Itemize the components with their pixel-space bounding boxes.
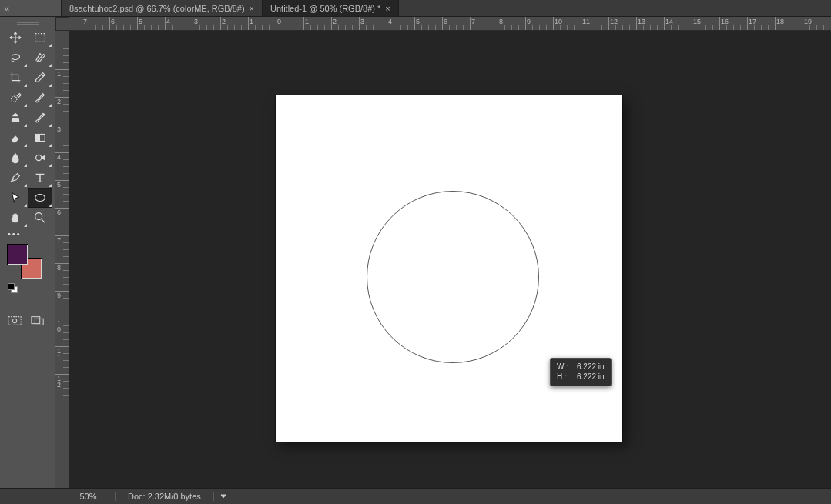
status-info-menu-button[interactable] <box>214 493 233 499</box>
zoom-tool[interactable] <box>28 208 52 228</box>
eraser-tool[interactable] <box>3 128 28 148</box>
crop-tool[interactable] <box>3 68 28 88</box>
edit-toolbar-button[interactable]: ••• <box>0 228 55 240</box>
rectangular-marquee-tool[interactable] <box>28 28 52 48</box>
canvas-paper[interactable] <box>276 95 622 442</box>
svg-point-8 <box>12 319 16 322</box>
svg-point-6 <box>35 213 42 220</box>
status-bar: 50% Doc: 2.32M/0 bytes <box>0 488 831 504</box>
document-tab[interactable]: Untitled-1 @ 50% (RGB/8#) * × <box>263 0 399 16</box>
path-selection-tool[interactable] <box>3 188 28 208</box>
document-info-label[interactable]: Doc: 2.32M/0 bytes <box>116 492 214 501</box>
horizontal-type-tool[interactable] <box>28 168 52 188</box>
svg-rect-3 <box>35 135 39 142</box>
svg-point-1 <box>11 96 16 102</box>
color-swatches <box>8 245 46 282</box>
close-icon[interactable]: × <box>385 4 390 13</box>
tooltip-width-value: 6.222 in <box>577 362 605 372</box>
document-tab[interactable]: 8sachtuhoc2.psd @ 66.7% (colorME, RGB/8#… <box>62 0 263 16</box>
spot-healing-brush-tool[interactable] <box>3 88 28 108</box>
tooltip-height-value: 6.222 in <box>577 372 605 382</box>
ruler-origin-corner[interactable] <box>55 17 69 31</box>
document-viewport: 7654321012345678910111213141516171819 12… <box>55 17 831 488</box>
close-icon[interactable]: × <box>250 4 254 13</box>
svg-rect-10 <box>35 319 43 325</box>
pen-tool[interactable] <box>3 168 28 188</box>
foreground-color-swatch[interactable] <box>8 245 28 265</box>
quick-selection-tool[interactable] <box>28 48 52 68</box>
clone-stamp-tool[interactable] <box>3 108 28 128</box>
tab-bar-empty-area <box>399 0 831 16</box>
panel-collapse-button[interactable]: « <box>0 0 62 16</box>
svg-point-5 <box>35 195 45 202</box>
dodge-tool[interactable] <box>28 148 52 168</box>
move-tool[interactable] <box>3 28 28 48</box>
canvas-area[interactable]: W : 6.222 in H : 6.222 in <box>69 31 831 488</box>
document-tab-label: 8sachtuhoc2.psd @ 66.7% (colorME, RGB/8#… <box>69 4 245 13</box>
screen-mode-icon[interactable] <box>31 315 45 329</box>
ellipse-tool[interactable] <box>28 188 52 208</box>
svg-rect-9 <box>32 317 40 324</box>
quick-mask-mode-icon[interactable] <box>8 315 22 329</box>
lasso-tool[interactable] <box>3 48 28 68</box>
ellipse-shape[interactable] <box>367 191 539 363</box>
chevron-left-icon: « <box>5 4 9 13</box>
transform-dimensions-tooltip: W : 6.222 in H : 6.222 in <box>550 358 612 386</box>
vertical-ruler[interactable]: 123456789101112 <box>55 31 69 488</box>
eyedropper-tool[interactable] <box>28 68 52 88</box>
hand-tool[interactable] <box>3 208 28 228</box>
brush-tool[interactable] <box>28 88 52 108</box>
document-tab-bar: « 8sachtuhoc2.psd @ 66.7% (colorME, RGB/… <box>0 0 831 17</box>
tooltip-width-label: W : <box>557 362 572 372</box>
tooltip-height-label: H : <box>557 372 572 382</box>
zoom-level-field[interactable]: 50% <box>62 492 116 501</box>
svg-rect-7 <box>8 317 21 325</box>
document-tab-label: Untitled-1 @ 50% (RGB/8#) * <box>270 4 380 13</box>
history-brush-tool[interactable] <box>28 108 52 128</box>
horizontal-ruler[interactable]: 7654321012345678910111213141516171819 <box>69 17 831 31</box>
gradient-tool[interactable] <box>28 128 52 148</box>
blur-tool[interactable] <box>3 148 28 168</box>
tools-panel: ••• <box>0 17 55 488</box>
panel-drag-handle[interactable] <box>0 20 55 26</box>
svg-rect-0 <box>35 34 45 42</box>
